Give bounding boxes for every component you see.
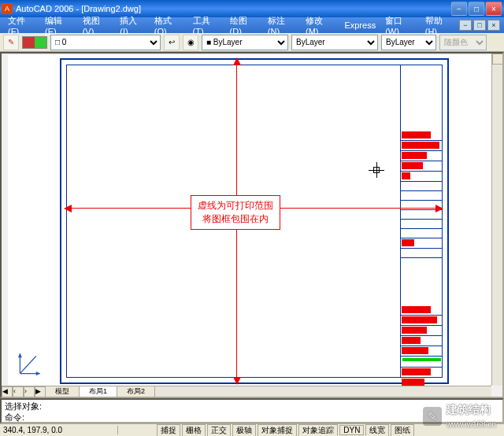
status-polar[interactable]: 极轴: [232, 424, 256, 437]
menu-view[interactable]: 视图(V): [78, 15, 116, 36]
command-history: 选择对象:: [5, 401, 499, 412]
window-title: AutoCAD 2006 - [Drawing2.dwg]: [16, 4, 450, 13]
status-otrack[interactable]: 对象追踪: [298, 424, 338, 437]
mdi-close-button[interactable]: ×: [487, 20, 500, 31]
cursor-crosshair: [369, 162, 384, 178]
status-osnap[interactable]: 对象捕捉: [258, 424, 297, 437]
menu-draw[interactable]: 绘图(D): [225, 15, 263, 36]
vertical-scrollbar[interactable]: [491, 54, 502, 386]
tab-layout2[interactable]: 布局2: [117, 386, 155, 397]
annotation-note: 虚线为可打印范围 将图框包围在内: [191, 195, 280, 230]
status-ortho[interactable]: 正交: [207, 424, 231, 437]
properties-toolbar: ✎ □ 0 ↩ ◉ ■ ByLayer ByLayer ByLayer 随颜色: [0, 33, 504, 52]
model-layout-tabs: ◀ ‹ › ▶ 模型 布局1 布局2: [2, 386, 491, 397]
status-dyn[interactable]: DYN: [339, 425, 364, 435]
app-icon: A: [2, 3, 13, 14]
menu-modify[interactable]: 修改(M): [301, 15, 339, 36]
mdi-minimize-button[interactable]: −: [459, 20, 472, 31]
menu-express[interactable]: Express: [339, 20, 380, 30]
menu-insert[interactable]: 插入(I): [115, 15, 149, 36]
status-snap[interactable]: 捕捉: [157, 424, 180, 437]
menu-bar: 文件(F) 编辑(E) 视图(V) 插入(I) 格式(O) 工具(T) 绘图(D…: [0, 17, 504, 33]
tab-scroll-prev[interactable]: ‹: [13, 386, 24, 397]
drawing-area[interactable]: 虚线为可打印范围 将图框包围在内 ◀ ‹ › ▶ 模型 布局1 布局2: [0, 52, 504, 398]
menu-edit[interactable]: 编辑(E): [40, 15, 78, 36]
ucs-icon: [17, 349, 44, 376]
close-button[interactable]: ×: [486, 2, 502, 16]
lineweight-select[interactable]: ByLayer: [381, 35, 436, 50]
status-lwt[interactable]: 线宽: [365, 424, 389, 437]
minimize-button[interactable]: −: [451, 2, 467, 16]
menu-format[interactable]: 格式(O): [150, 15, 188, 36]
menu-help[interactable]: 帮助(H): [421, 15, 458, 36]
command-prompt: 命令:: [5, 412, 499, 423]
make-current-button[interactable]: ◉: [183, 35, 198, 50]
tab-scroll-last[interactable]: ▶: [35, 386, 46, 397]
layer-select[interactable]: □ 0: [50, 35, 161, 50]
scroll-up-button[interactable]: [492, 54, 503, 65]
color-select[interactable]: ■ ByLayer: [202, 35, 288, 50]
layer-props-button[interactable]: ✎: [3, 35, 19, 50]
layer-previous-button[interactable]: ↩: [164, 35, 180, 50]
title-block: [400, 65, 443, 378]
plotstyle-select[interactable]: 随颜色: [439, 35, 487, 50]
tab-scroll-first[interactable]: ◀: [2, 386, 13, 397]
menu-tools[interactable]: 工具(T): [188, 15, 225, 36]
linetype-select[interactable]: ByLayer: [291, 35, 378, 50]
menu-window[interactable]: 窗口(W): [380, 15, 421, 36]
tab-layout1[interactable]: 布局1: [80, 386, 117, 397]
note-line1: 虚线为可打印范围: [198, 199, 273, 212]
tab-scroll-next[interactable]: ›: [24, 386, 35, 397]
command-line[interactable]: 选择对象: 命令:: [0, 398, 504, 423]
note-line2: 将图框包围在内: [198, 212, 273, 226]
layer-color-swatch[interactable]: [22, 36, 47, 49]
status-grid[interactable]: 栅格: [182, 424, 206, 437]
mdi-restore-button[interactable]: □: [473, 20, 486, 31]
coordinates-display[interactable]: 340.4, 197.9, 0.0: [0, 426, 118, 434]
menu-file[interactable]: 文件(F): [3, 15, 40, 36]
status-bar: 340.4, 197.9, 0.0 捕捉 栅格 正交 极轴 对象捕捉 对象追踪 …: [0, 423, 504, 436]
drawing-canvas[interactable]: 虚线为可打印范围 将图框包围在内: [8, 55, 493, 387]
status-paper[interactable]: 图纸: [391, 424, 414, 437]
maximize-button[interactable]: □: [469, 2, 484, 16]
tab-model[interactable]: 模型: [46, 386, 80, 397]
menu-dimension[interactable]: 标注(N): [263, 15, 301, 36]
